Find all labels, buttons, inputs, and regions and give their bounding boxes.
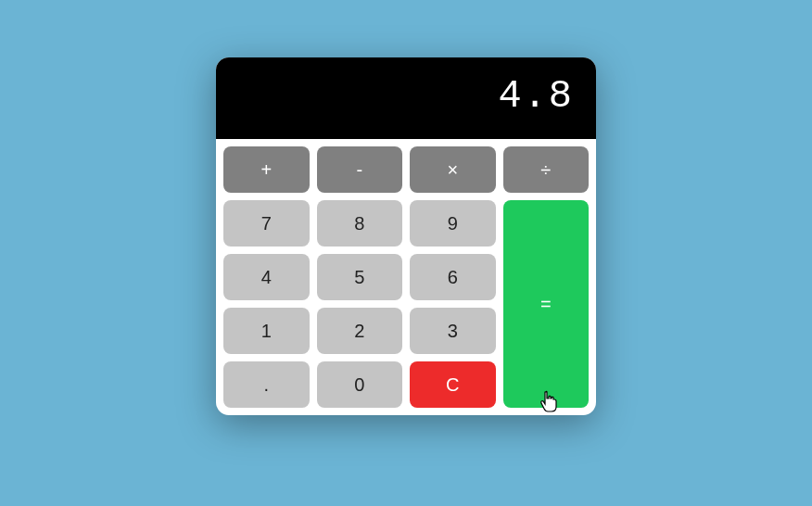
digit-2-button[interactable]: 2 bbox=[317, 308, 403, 354]
digit-0-button[interactable]: 0 bbox=[317, 361, 403, 408]
divide-button[interactable]: ÷ bbox=[503, 146, 590, 193]
multiply-button[interactable]: × bbox=[410, 146, 496, 193]
digit-5-button[interactable]: 5 bbox=[317, 254, 403, 300]
digit-7-button[interactable]: 7 bbox=[223, 200, 310, 247]
digit-6-button[interactable]: 6 bbox=[410, 254, 496, 300]
keypad: + - × ÷ 7 8 9 = 4 5 6 1 2 3 . 0 C bbox=[216, 139, 596, 415]
digit-3-button[interactable]: 3 bbox=[410, 308, 496, 354]
digit-8-button[interactable]: 8 bbox=[317, 200, 403, 247]
operator-row: + - × ÷ bbox=[223, 146, 589, 193]
add-button[interactable]: + bbox=[223, 146, 310, 193]
equals-button[interactable]: = bbox=[503, 200, 590, 408]
decimal-button[interactable]: . bbox=[223, 361, 310, 408]
digit-4-button[interactable]: 4 bbox=[223, 254, 310, 300]
digit-9-button[interactable]: 9 bbox=[410, 200, 496, 247]
main-grid: 7 8 9 = 4 5 6 1 2 3 . 0 C bbox=[223, 200, 589, 408]
digit-1-button[interactable]: 1 bbox=[223, 308, 310, 354]
calculator: 4.8 + - × ÷ 7 8 9 = 4 5 6 1 2 3 . 0 C bbox=[216, 57, 596, 415]
display-screen: 4.8 bbox=[216, 57, 596, 139]
subtract-button[interactable]: - bbox=[317, 146, 403, 193]
clear-button[interactable]: C bbox=[410, 361, 496, 408]
